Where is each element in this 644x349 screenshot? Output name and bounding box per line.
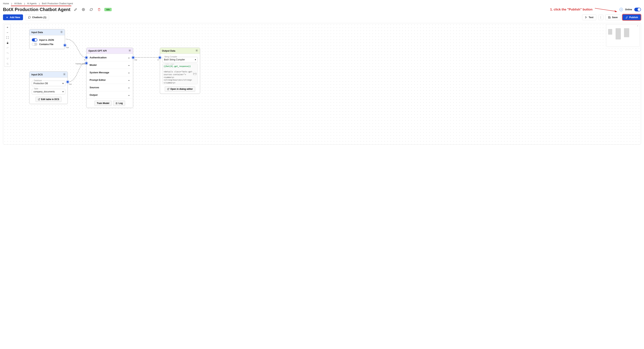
annotation-underline — [11, 6, 72, 6]
svg-line-1 — [595, 8, 615, 11]
chevron-down-icon: ⌄ — [128, 56, 130, 59]
chevron-down-icon: ⌄ — [128, 64, 130, 66]
svg-rect-10 — [7, 64, 8, 64]
node-title: Input Data — [32, 31, 43, 34]
zoom-in-icon[interactable]: + — [4, 24, 10, 30]
node-gpt-api[interactable]: OpenAI GPT API Authentication⌄ Model⌄ Sy… — [86, 48, 133, 108]
chevron-right-icon: ❯ — [11, 2, 12, 5]
chatbots-button[interactable]: Chatbots (1) — [25, 14, 49, 20]
chevron-down-icon: ⌄ — [128, 94, 130, 96]
breadcrumb: Home ❯ All Bots ❯ AI Agents ❯ BotX Produ… — [0, 0, 644, 6]
svg-point-9 — [7, 59, 8, 59]
accordion-sources[interactable]: Sources⌄ — [89, 84, 131, 91]
edit-table-button[interactable]: Edit table in DCS — [36, 97, 62, 102]
svg-marker-5 — [586, 16, 587, 18]
gear-icon[interactable] — [128, 49, 131, 52]
chevron-down-icon: ⌄ — [128, 78, 130, 81]
port-out[interactable] — [64, 44, 66, 46]
chevron-down-icon: ▾ — [62, 90, 64, 93]
port-in[interactable] — [158, 56, 161, 59]
flow-canvas[interactable]: + − ↶ ↷ ⌃ Input Data Input is JSON — [3, 23, 641, 144]
redo-icon: ↷ — [4, 51, 10, 56]
svg-point-18 — [196, 50, 197, 51]
accordion-system-message[interactable]: System Message⌄ — [89, 69, 131, 76]
node-output-data[interactable]: Output Data String Compiler BotX String … — [160, 48, 200, 94]
refresh-icon[interactable] — [89, 7, 94, 12]
lock-icon[interactable] — [4, 40, 10, 46]
chevron-right-icon: ❯ — [38, 2, 40, 5]
trash-icon[interactable] — [96, 7, 102, 12]
chevron-down-icon: ⌄ — [128, 71, 130, 74]
port-label: Out — [69, 83, 72, 85]
breadcrumb-all-bots[interactable]: All Bots — [14, 2, 22, 5]
add-new-button[interactable]: Add New — [3, 14, 23, 20]
save-label: Save — [612, 16, 618, 19]
port-in[interactable] — [85, 56, 88, 59]
annotation-arrow — [595, 7, 617, 12]
gear-icon[interactable] — [63, 73, 66, 76]
node-input-dcs[interactable]: Input DCS Database Production DB ▾ Table… — [29, 72, 68, 104]
svg-rect-6 — [7, 43, 8, 44]
status-badge: Idle — [104, 8, 112, 11]
select-value: BotX String Compiler — [164, 58, 185, 61]
page-title: BotX Production Chatbot Agent — [3, 7, 70, 12]
minimap-collapse-icon[interactable]: ⌃ — [637, 25, 638, 28]
port-label: In — [84, 59, 86, 61]
publish-button[interactable]: Publish — [622, 14, 641, 20]
train-model-button[interactable]: Train Model — [94, 100, 112, 106]
select-value: Production DB — [34, 82, 48, 85]
minimap[interactable]: ⌃ — [606, 24, 640, 47]
gear-icon[interactable] — [60, 31, 63, 34]
svg-point-0 — [83, 9, 84, 10]
more-icon[interactable]: ⋮ — [598, 15, 604, 20]
undo-icon: ↶ — [4, 46, 10, 51]
info-icon[interactable]: i — [620, 8, 623, 11]
online-toggle[interactable] — [634, 8, 641, 12]
field-label: Database — [33, 80, 42, 82]
edit-icon[interactable] — [73, 7, 78, 12]
breadcrumb-ai-agents[interactable]: AI Agents — [27, 2, 37, 5]
button-label: Open in dialog editor — [170, 88, 193, 90]
save-button[interactable]: Save — [605, 14, 620, 20]
robot-says-editor[interactable]: Robot Says {{Out[0].gpt_response}} <deta… — [162, 64, 198, 84]
contains-file-toggle[interactable] — [32, 43, 38, 46]
node-title: Output Data — [162, 50, 176, 52]
port-out[interactable] — [66, 80, 69, 83]
breadcrumb-home[interactable]: Home — [3, 2, 9, 5]
port-out[interactable] — [132, 56, 134, 59]
svg-point-12 — [64, 74, 65, 75]
input-json-toggle[interactable] — [32, 38, 38, 42]
accordion-model[interactable]: Model⌄ — [89, 61, 131, 69]
accordion-authentication[interactable]: Authentication⌄ — [89, 54, 131, 61]
chevron-down-icon: ⌄ — [128, 86, 130, 89]
annotation-text: 1. click the "Publish" button — [550, 8, 592, 12]
open-dialog-editor-button[interactable]: Open in dialog editor — [165, 86, 195, 92]
node-title: Input DCS — [32, 73, 43, 76]
accordion-output[interactable]: Output⌄ — [89, 91, 131, 98]
gear-icon[interactable] — [81, 7, 86, 12]
breadcrumb-current: BotX Production Chatbot Agent — [42, 2, 73, 5]
node-input-data[interactable]: Input Data Input is JSON Contains File O… — [29, 29, 65, 49]
expand-icon[interactable]: {+} — [193, 72, 197, 76]
publish-label: Publish — [629, 16, 638, 19]
field-label: Robot Says — [164, 64, 175, 65]
port-training[interactable] — [85, 62, 88, 64]
branch-icon — [4, 56, 10, 61]
log-button[interactable]: Log — [113, 100, 125, 106]
chevron-down-icon: ▾ — [62, 82, 64, 85]
chatbots-label: Chatbots (1) — [32, 16, 46, 19]
field-label: String Compiler — [164, 56, 178, 58]
canvas-toolbar: + − ↶ ↷ — [4, 24, 11, 66]
zoom-out-icon[interactable]: − — [4, 30, 10, 35]
button-label: Edit table in DCS — [41, 98, 59, 100]
fullscreen-icon[interactable] — [4, 35, 10, 40]
toggle-label: Input is JSON — [39, 39, 54, 41]
port-label: Training Data — [75, 63, 86, 65]
test-button[interactable]: Test — [582, 14, 596, 20]
online-label: Online — [625, 8, 632, 11]
chevron-right-icon: ❯ — [24, 2, 25, 5]
toggle-label: Contains File — [39, 43, 53, 46]
gear-icon[interactable] — [196, 49, 198, 52]
accordion-prompt-editor[interactable]: Prompt Editor⌄ — [89, 76, 131, 84]
select-value: company_documents — [34, 90, 55, 93]
